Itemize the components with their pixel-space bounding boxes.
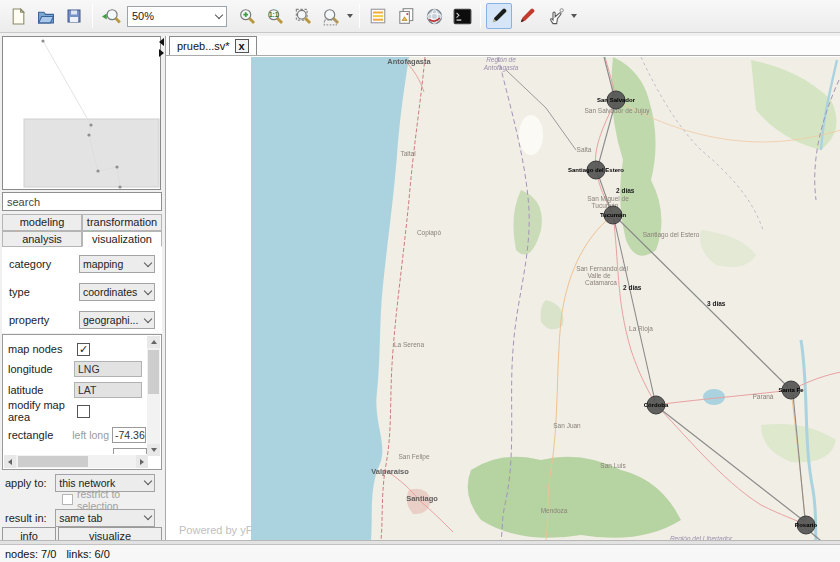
dropdown-arrow-icon [347, 14, 353, 18]
toolbar-separator [480, 4, 481, 28]
city-label: Antofagasta [483, 64, 519, 72]
city-label: San Fernando del [576, 265, 628, 272]
save-floppy-icon [66, 8, 82, 24]
status-nodes-count: nodes: 7/0 [5, 548, 56, 560]
zoom-original-button[interactable]: 1:1 [262, 3, 288, 29]
scroll-up-button[interactable] [147, 336, 160, 348]
city-label: Copiapó [417, 229, 442, 237]
overview-node-dot [115, 165, 118, 168]
sidebar-tabs: modeling transformation analysis visuali… [2, 214, 162, 247]
overview-node-dot [89, 123, 92, 126]
latitude-label: latitude [3, 384, 74, 396]
copy-network-button[interactable] [393, 3, 419, 29]
annotate-pen-button[interactable] [514, 3, 540, 29]
status-bar: nodes: 7/0 links: 6/0 [0, 544, 840, 562]
zoom-selection-button[interactable] [290, 3, 316, 29]
overview-panel[interactable] [2, 36, 161, 190]
tab-close-button[interactable]: x [235, 39, 249, 53]
panel-collapse-handle[interactable] [157, 38, 165, 58]
zoom-level-combobox[interactable]: 50% [127, 6, 227, 27]
web-export-button[interactable] [421, 3, 447, 29]
scroll-right-button[interactable] [136, 455, 148, 468]
map-nodes-checkbox[interactable]: ✓ [77, 343, 90, 356]
interaction-mode-button[interactable] [542, 3, 568, 29]
properties-icon [369, 7, 387, 25]
rectangle-label: rectangle [3, 429, 72, 441]
city-label: Mendoza [541, 507, 568, 514]
graph-node-label: San Salvador [597, 97, 636, 103]
overview-node-dot [96, 169, 99, 172]
tab-visualization[interactable]: visualization [82, 231, 162, 248]
vertical-scroll-thumb[interactable] [148, 350, 159, 394]
overview-node-dot [118, 185, 121, 188]
city-label: Valle de [587, 272, 610, 279]
properties-panel-button[interactable] [365, 3, 391, 29]
dropdown-arrow-icon [571, 14, 577, 18]
restrict-to-selection-checkbox [62, 494, 73, 505]
horizontal-scroll-thumb[interactable] [18, 456, 88, 467]
application-window: 50% 1:1 [0, 0, 840, 562]
city-label: Valparaíso [371, 467, 409, 476]
city-label: San Luis [600, 462, 626, 469]
new-document-button[interactable] [5, 3, 31, 29]
overview-minimap [3, 37, 160, 189]
mode-dropdown[interactable] [569, 4, 579, 28]
collapse-left-icon [159, 38, 164, 46]
map-view[interactable]: AntofagastaRegión deAntofagastaTaltalCop… [251, 57, 840, 540]
toolbar-separator [92, 4, 93, 28]
arrow-right-icon [140, 459, 144, 465]
arrow-left-icon [8, 459, 12, 465]
save-button[interactable] [61, 3, 87, 29]
zoom-one-to-one-icon: 1:1 [266, 7, 285, 26]
zoom-selection-icon [294, 7, 313, 26]
scroll-down-button[interactable] [147, 444, 160, 456]
property-combobox[interactable]: geographi... [79, 311, 155, 329]
toolbar-separator [359, 4, 360, 28]
collapse-right-icon [159, 49, 164, 57]
fit-content-button[interactable] [98, 3, 124, 29]
main-toolbar: 50% 1:1 [0, 0, 840, 33]
clipped-field [113, 448, 147, 454]
latitude-field[interactable]: LAT [74, 382, 142, 398]
tab-modeling[interactable]: modeling [2, 214, 82, 231]
zoom-tools-dropdown[interactable] [345, 4, 355, 28]
map-nodes-label: map nodes [3, 343, 77, 355]
horizontal-scrollbar[interactable] [4, 455, 148, 468]
graph-node-label: Córdoba [644, 402, 669, 408]
edit-pen-button[interactable] [486, 3, 512, 29]
graph-node-label: Santa Fe [778, 387, 804, 393]
graph-canvas[interactable]: prueb...sv* x [165, 36, 840, 540]
modify-map-area-checkbox[interactable] [77, 405, 90, 418]
document-tab[interactable]: prueb...sv* x [169, 36, 257, 55]
arrow-up-icon [151, 340, 157, 344]
map-salt-flat [519, 115, 543, 155]
city-label: San Juan [553, 422, 581, 429]
edge-label: 2 días [623, 284, 642, 291]
tab-transformation[interactable]: transformation [82, 214, 162, 231]
left-long-field[interactable]: -74.36 [112, 427, 146, 443]
edge-label: 3 días [707, 300, 726, 307]
result-in-combobox[interactable]: same tab [55, 509, 155, 527]
city-label: Santiago [406, 494, 438, 503]
modify-map-area-label: modify map area [3, 399, 77, 423]
zoom-in-button[interactable] [234, 3, 260, 29]
console-button[interactable] [449, 3, 475, 29]
tab-analysis[interactable]: analysis [2, 231, 82, 248]
zoom-area-button[interactable] [318, 3, 344, 29]
overview-viewport[interactable] [24, 119, 159, 187]
scroll-left-button[interactable] [4, 455, 16, 468]
edge-label: 2 días [616, 187, 635, 194]
longitude-field[interactable]: LNG [74, 361, 142, 377]
chevron-down-icon [144, 258, 152, 266]
vertical-scrollbar[interactable] [147, 336, 160, 456]
city-label: La Rioja [629, 325, 653, 333]
search-input[interactable] [3, 193, 161, 210]
type-combobox[interactable]: coordinates [79, 283, 155, 301]
visualization-form: category mapping type coordinates proper… [2, 247, 162, 333]
open-file-button[interactable] [33, 3, 59, 29]
zoom-in-icon [238, 7, 257, 26]
overview-node-dot [87, 133, 90, 136]
zoom-area-icon [322, 7, 341, 26]
category-combobox[interactable]: mapping [79, 255, 155, 273]
left-long-label: left long [72, 429, 109, 441]
